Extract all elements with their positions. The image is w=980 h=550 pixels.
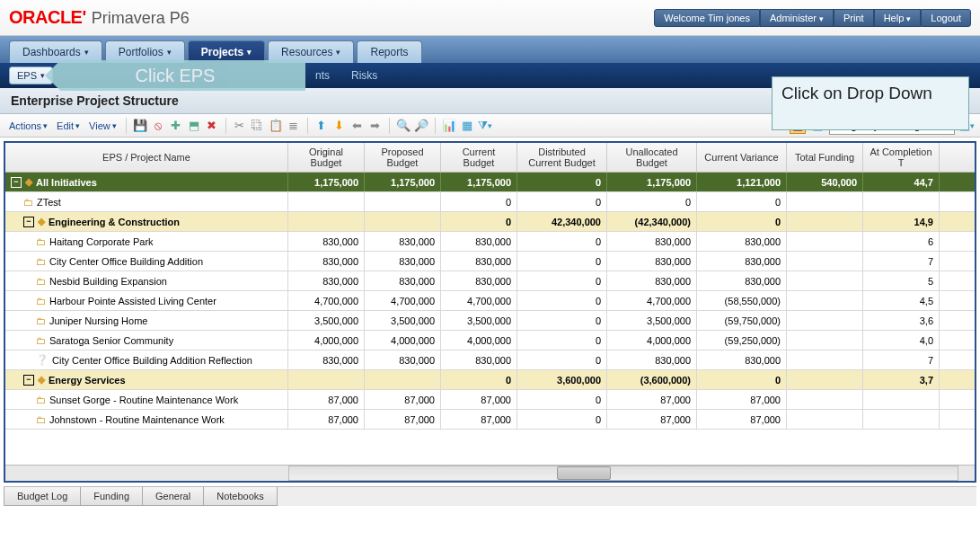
app-header: ORACLE' Primavera P6 Welcome Tim jones A… — [0, 0, 980, 36]
tab-reports[interactable]: Reports — [357, 40, 421, 63]
row-name-label: City Center Office Building Addition Ref… — [52, 355, 252, 366]
expand-toggle-icon[interactable]: − — [11, 177, 22, 188]
row-name-cell[interactable]: 🗀Haitang Corporate Park — [5, 232, 288, 251]
table-row[interactable]: 🗀Sunset Gorge - Routine Maintenance Work… — [5, 390, 975, 410]
col-completion[interactable]: At Completion T — [863, 143, 940, 172]
tab-projects[interactable]: Projects▾ — [188, 40, 265, 63]
cut-icon[interactable]: ✂ — [232, 118, 248, 134]
col-name[interactable]: EPS / Project Name — [5, 143, 288, 172]
col-original[interactable]: Original Budget — [288, 143, 365, 172]
row-name-cell[interactable]: 🗀Johnstown - Routine Maintenance Work — [5, 410, 288, 429]
move-up-icon[interactable]: ⬆ — [313, 118, 330, 134]
cell-value: 830,000 — [441, 271, 517, 290]
table-row[interactable]: 🗀Haitang Corporate Park830,000830,000830… — [5, 232, 975, 252]
col-current[interactable]: Current Budget — [441, 143, 517, 172]
detail-tab-notebooks[interactable]: Notebooks — [204, 487, 278, 506]
scrollbar-thumb[interactable] — [557, 466, 611, 480]
table-row[interactable]: 🗀Johnstown - Routine Maintenance Work87,… — [5, 410, 975, 430]
expand-toggle-icon[interactable]: − — [23, 375, 34, 386]
row-name-cell[interactable]: −◆Engineering & Construction — [5, 212, 288, 231]
print-button[interactable]: Print — [834, 9, 874, 27]
expand-toggle-icon[interactable]: − — [23, 217, 34, 227]
table-row[interactable]: −◆Energy Services03,600,000(3,600,000)03… — [5, 370, 975, 390]
node-icon: ◆ — [25, 176, 32, 188]
cancel-icon[interactable]: ⦸ — [150, 118, 166, 134]
header-actions: Welcome Tim jones Administer ▾ Print Hel… — [654, 9, 971, 27]
welcome-button[interactable]: Welcome Tim jones — [654, 9, 760, 27]
cell-value — [288, 370, 365, 389]
filter-icon[interactable]: ⧩▾ — [477, 118, 493, 134]
save-icon[interactable]: 💾 — [132, 118, 148, 134]
row-name-cell[interactable]: 🗀City Center Office Building Addition — [5, 252, 288, 271]
tab-resources[interactable]: Resources▾ — [268, 40, 354, 63]
chart-icon[interactable]: 📊 — [441, 118, 457, 134]
col-proposed[interactable]: Proposed Budget — [365, 143, 441, 172]
find-next-icon[interactable]: 🔎 — [413, 118, 429, 134]
add-icon[interactable]: ✚ — [168, 118, 184, 134]
row-name-label: ZTest — [37, 197, 61, 208]
actions-menu[interactable]: Actions▾ — [5, 119, 51, 133]
cell-value: 0 — [517, 350, 607, 369]
row-name-cell[interactable]: 🗀Juniper Nursing Home — [5, 311, 288, 330]
tab-dashboards[interactable]: Dashboards▾ — [9, 40, 102, 63]
cell-value — [787, 252, 863, 271]
cell-value: (59,750,000) — [697, 311, 787, 330]
cell-value: 0 — [517, 173, 607, 191]
paste-icon[interactable]: 📋 — [268, 118, 284, 134]
cell-value: 4,000,000 — [441, 331, 517, 350]
add-child-icon[interactable]: ⬒ — [186, 118, 202, 134]
grid-body[interactable]: −◆All Initiatives1,175,0001,175,0001,175… — [5, 173, 975, 465]
move-down-icon[interactable]: ⬇ — [331, 118, 348, 134]
cell-value — [863, 410, 940, 429]
subnav-assignments[interactable]: nts — [305, 65, 340, 86]
detail-tab-funding[interactable]: Funding — [81, 487, 143, 506]
cell-value: 7 — [863, 252, 940, 271]
tab-portfolios[interactable]: Portfolios▾ — [105, 40, 185, 63]
table-row[interactable]: 🗀Saratoga Senior Community4,000,0004,000… — [5, 331, 975, 350]
subnav-risks[interactable]: Risks — [340, 65, 388, 86]
cell-value: 1,175,000 — [441, 173, 517, 191]
columns-icon[interactable]: ▦ — [459, 118, 475, 134]
table-row[interactable]: ❔City Center Office Building Addition Re… — [5, 350, 975, 370]
horizontal-scrollbar[interactable] — [5, 465, 975, 481]
move-right-icon[interactable]: ➡ — [367, 118, 384, 134]
row-name-cell[interactable]: −◆All Initiatives — [5, 173, 288, 191]
view-menu[interactable]: View▾ — [85, 119, 120, 133]
col-unallocated[interactable]: Unallocated Budget — [607, 143, 697, 172]
row-name-cell[interactable]: 🗀Sunset Gorge - Routine Maintenance Work — [5, 390, 288, 409]
col-variance[interactable]: Current Variance — [697, 143, 787, 172]
logo-product: Primavera P6 — [92, 9, 190, 28]
help-button[interactable]: Help ▾ — [874, 9, 922, 27]
table-row[interactable]: 🗀Nesbid Building Expansion830,000830,000… — [5, 271, 975, 291]
delete-icon[interactable]: ✖ — [204, 118, 220, 134]
table-row[interactable]: −◆All Initiatives1,175,0001,175,0001,175… — [5, 173, 975, 192]
logout-button[interactable]: Logout — [921, 9, 971, 27]
col-funding[interactable]: Total Funding — [787, 143, 863, 172]
row-name-label: Harbour Pointe Assisted Living Center — [49, 296, 216, 306]
table-row[interactable]: 🗀Juniper Nursing Home3,500,0003,500,0003… — [5, 311, 975, 331]
row-name-cell[interactable]: −◆Energy Services — [5, 370, 288, 389]
administer-button[interactable]: Administer ▾ — [760, 9, 834, 27]
edit-menu[interactable]: Edit▾ — [53, 119, 84, 133]
row-name-cell[interactable]: ❔City Center Office Building Addition Re… — [5, 350, 288, 369]
row-name-cell[interactable]: 🗀Harbour Pointe Assisted Living Center — [5, 291, 288, 310]
row-name-cell[interactable]: 🗀Saratoga Senior Community — [5, 331, 288, 350]
copy-icon[interactable]: ⿻ — [250, 118, 266, 134]
row-name-cell[interactable]: 🗀Nesbid Building Expansion — [5, 271, 288, 290]
table-row[interactable]: −◆Engineering & Construction042,340,000(… — [5, 212, 975, 232]
table-row[interactable]: 🗀ZTest0000 — [5, 192, 975, 212]
row-name-label: Nesbid Building Expansion — [49, 276, 167, 287]
move-left-icon[interactable]: ⬅ — [349, 118, 366, 134]
col-distributed[interactable]: Distributed Current Budget — [517, 143, 607, 172]
cell-value: 0 — [697, 212, 787, 231]
row-name-cell[interactable]: 🗀ZTest — [5, 192, 288, 211]
detail-tab-general[interactable]: General — [143, 487, 204, 506]
cell-value: 3,500,000 — [607, 311, 697, 330]
table-row[interactable]: 🗀Harbour Pointe Assisted Living Center4,… — [5, 291, 975, 311]
cell-value: 0 — [517, 252, 607, 271]
table-row[interactable]: 🗀City Center Office Building Addition830… — [5, 252, 975, 271]
list-icon[interactable]: ≣ — [286, 118, 302, 134]
detail-tab-budget-log[interactable]: Budget Log — [4, 487, 81, 506]
find-icon[interactable]: 🔍 — [395, 118, 411, 134]
cell-value: 830,000 — [607, 252, 697, 271]
